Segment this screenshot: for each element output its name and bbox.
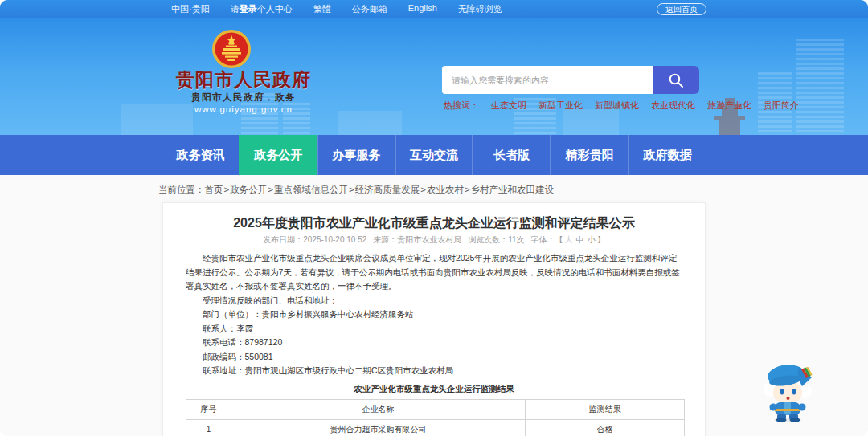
breadcrumb-separator: > — [465, 185, 470, 194]
hot-word-link[interactable]: 农业现代化 — [651, 100, 695, 112]
breadcrumb-separator: > — [420, 185, 426, 194]
font-size-close: 】 — [597, 235, 605, 244]
topbar-link[interactable]: 无障碍浏览 — [458, 3, 502, 15]
breadcrumb-separator: > — [268, 185, 273, 194]
topbar-region-link[interactable]: 中国·贵阳 — [171, 3, 210, 15]
article-paragraph: 邮政编码：550081 — [186, 350, 682, 365]
monitoring-results-table: 序号企业名称监测结果 1贵州合力超市采购有限公司合格2贵州友禾种业有限公司合格3… — [186, 399, 685, 436]
skyline-building — [563, 109, 619, 135]
table-cell: 1 — [186, 419, 231, 436]
article-paragraph: 联系地址：贵阳市观山湖区市级行政中心二期C区贵阳市农业农村局 — [186, 364, 682, 378]
topbar-link[interactable]: 繁體 — [313, 3, 331, 15]
login-bold[interactable]: 登录 — [240, 4, 257, 14]
article-title: 2025年度贵阳市农业产业化市级重点龙头企业运行监测和评定结果公示 — [186, 214, 682, 232]
hot-word-link[interactable]: 旅游产业化 — [707, 100, 751, 112]
skyline-building — [796, 39, 844, 135]
search-button[interactable] — [653, 66, 699, 94]
font-size-option[interactable]: 大 — [565, 235, 573, 244]
nav-tab-互动交流[interactable]: 互动交流 — [395, 135, 473, 175]
meta-part-value: 11次 — [508, 235, 524, 244]
font-size-option[interactable]: 小 — [588, 235, 596, 244]
font-size-option[interactable]: 中 — [576, 235, 584, 244]
breadcrumb-label: 当前位置： — [158, 185, 205, 194]
table-header-cell: 企业名称 — [231, 399, 526, 419]
breadcrumb: 当前位置：首页>政务公开>重点领域信息公开>经济高质量发展>农业农村>乡村产业和… — [158, 184, 554, 196]
table-header-cell: 监测结果 — [526, 399, 685, 419]
main-navigation: 政务资讯政务公开办事服务互动交流长者版精彩贵阳政府数据 — [0, 135, 868, 175]
hot-search-words: 热搜词： 生态文明新型工业化新型城镇化农业现代化旅游产业化贵阳简介 — [444, 100, 799, 112]
page: 中国·贵阳 请登录个人中心 繁體公务邮箱English无障碍浏览 返回首页 — [0, 0, 868, 436]
font-size-options: 大中小 — [563, 235, 597, 244]
article-paragraph: 联系人：李霞 — [186, 322, 682, 336]
hot-word-link[interactable]: 贵阳简介 — [764, 100, 799, 112]
nav-tab-政府数据[interactable]: 政府数据 — [628, 135, 706, 175]
breadcrumb-path: 首页>政务公开>重点领域信息公开>经济高质量发展>农业农村>乡村产业和农田建设 — [205, 185, 555, 194]
site-banner: 贵阳市人民政府 贵阳市人民政府．政务 www.guiyang.gov.cn 热搜… — [0, 18, 868, 135]
site-url: www.guiyang.gov.cn — [166, 104, 321, 114]
meta-part: 发布日期：2025-10-20 10:52 — [263, 235, 366, 244]
table-cell: 合格 — [526, 419, 685, 436]
hot-word-link[interactable]: 生态文明 — [491, 100, 526, 112]
topbar-links: 繁體公务邮箱English无障碍浏览 — [313, 3, 502, 15]
search-icon — [667, 71, 685, 89]
article-paragraph: 受理情况反映的部门、电话和地址： — [186, 294, 682, 308]
breadcrumb-separator: > — [224, 185, 230, 194]
meta-part-label: 来源： — [373, 235, 397, 244]
search-bar — [442, 66, 699, 94]
font-size-widget: 字体：【大中小】 — [531, 235, 605, 244]
nav-tabs: 政务资讯政务公开办事服务互动交流长者版精彩贵阳政府数据 — [162, 135, 706, 175]
breadcrumb-item[interactable]: 政务公开 — [230, 185, 267, 194]
breadcrumb-item[interactable]: 农业农村 — [427, 185, 464, 194]
nav-tab-长者版[interactable]: 长者版 — [472, 135, 550, 175]
login-suffix: 个人中心 — [257, 4, 293, 14]
article-paragraph: 部门（单位）：贵阳市乡村振兴服务中心农村经济服务站 — [186, 308, 682, 322]
topbar-link[interactable]: English — [408, 3, 437, 15]
article-card: 2025年度贵阳市农业产业化市级重点龙头企业运行监测和评定结果公示 发布日期：2… — [162, 202, 706, 436]
hot-word-link[interactable]: 新型城镇化 — [595, 100, 639, 112]
nav-tab-办事服务[interactable]: 办事服务 — [317, 135, 395, 175]
meta-part-label: 发布日期： — [263, 235, 303, 244]
meta-part-value: 2025-10-20 10:52 — [303, 235, 366, 244]
nav-tab-政务资讯[interactable]: 政务资讯 — [162, 135, 239, 175]
breadcrumb-separator: > — [349, 185, 354, 194]
breadcrumb-item[interactable]: 重点领域信息公开 — [274, 185, 348, 194]
hot-words-list: 生态文明新型工业化新型城镇化农业现代化旅游产业化贵阳简介 — [491, 100, 799, 112]
table-body: 1贵州合力超市采购有限公司合格2贵州友禾种业有限公司合格3贵州松果鲜农产品有限公… — [186, 419, 685, 436]
article-meta: 发布日期：2025-10-20 10:52来源：贵阳市农业农村局浏览次数：11次… — [186, 234, 682, 246]
table-row: 1贵州合力超市采购有限公司合格 — [186, 419, 685, 436]
table-header-cell: 序号 — [186, 399, 231, 419]
breadcrumb-item[interactable]: 首页 — [205, 185, 223, 194]
meta-part: 浏览次数：11次 — [468, 235, 524, 244]
meta-part: 来源：贵阳市农业农村局 — [373, 235, 461, 244]
article-paragraph: 经贵阳市农业产业化市级重点龙头企业联席会议成员单位审定，现对2025年开展的农业… — [186, 251, 682, 294]
hot-words-label: 热搜词： — [444, 100, 479, 112]
table-header-row: 序号企业名称监测结果 — [186, 399, 685, 419]
login-prefix: 请 — [231, 4, 240, 14]
article-body: 经贵阳市农业产业化市级重点龙头企业联席会议成员单位审定，现对2025年开展的农业… — [186, 251, 682, 378]
font-size-open: 【 — [555, 235, 563, 244]
search-input[interactable] — [442, 66, 653, 94]
hot-word-link[interactable]: 新型工业化 — [538, 100, 583, 112]
national-emblem-logo — [211, 29, 252, 69]
skyline-building — [338, 111, 402, 135]
breadcrumb-item[interactable]: 乡村产业和农田建设 — [471, 185, 555, 194]
meta-parts: 发布日期：2025-10-20 10:52来源：贵阳市农业农村局浏览次数：11次 — [260, 235, 527, 244]
table-caption: 农业产业化市级重点龙头企业运行监测结果 — [186, 383, 682, 394]
site-title[interactable]: 贵阳市人民政府 — [166, 67, 321, 92]
topbar-login-link[interactable]: 请登录个人中心 — [231, 3, 293, 15]
meta-part-value: 贵阳市农业农村局 — [397, 235, 461, 244]
site-subtitle: 贵阳市人民政府．政务 — [166, 92, 321, 104]
mascot-character[interactable] — [760, 361, 815, 422]
meta-part-label: 浏览次数： — [468, 235, 508, 244]
top-utility-bar: 中国·贵阳 请登录个人中心 繁體公务邮箱English无障碍浏览 返回首页 — [0, 0, 868, 18]
nav-tab-精彩贵阳[interactable]: 精彩贵阳 — [550, 135, 628, 175]
table-cell: 贵州合力超市采购有限公司 — [231, 419, 526, 436]
topbar-link[interactable]: 公务邮箱 — [352, 3, 387, 15]
article-paragraph: 联系电话：87987120 — [186, 336, 682, 350]
back-home-button[interactable]: 返回首页 — [657, 3, 706, 15]
breadcrumb-item[interactable]: 经济高质量发展 — [355, 185, 420, 194]
font-size-label: 字体： — [531, 235, 555, 244]
nav-tab-政务公开[interactable]: 政务公开 — [239, 135, 317, 175]
